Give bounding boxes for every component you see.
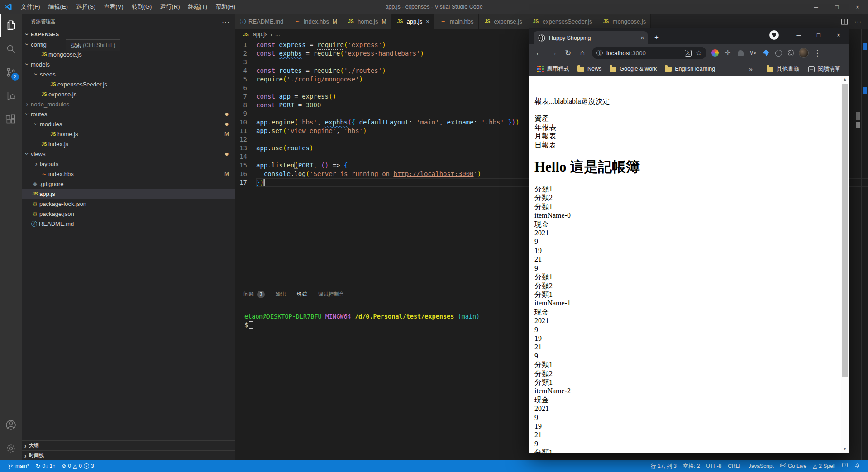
file-tree-item[interactable]: layouts [22,159,235,169]
editor-more-actions-icon[interactable]: ··· [854,18,862,25]
file-tree-item[interactable]: JSexpensesSeeder.js [22,79,235,89]
vscode-close-button[interactable]: × [847,0,868,14]
bookmark-folder-English learning[interactable]: English learning [662,66,718,72]
file-tree-item[interactable]: modules● [22,119,235,129]
file-tree-item[interactable]: config [22,39,235,49]
reading-list-button[interactable]: 閱讀清單 [806,65,843,73]
file-tree-item[interactable]: {}package.json [22,209,235,219]
status-spell-checker[interactable]: △2 Spell [810,460,839,472]
panel-tab-终端[interactable]: 终端 [297,286,307,302]
file-tree-item[interactable]: JShome.jsM [22,129,235,139]
file-tree-item[interactable]: routes● [22,109,235,119]
scroll-up-icon[interactable]: ▲ [841,76,849,83]
menu-item[interactable]: 终端(T) [184,3,211,10]
status-go-live[interactable]: Go Live [777,460,810,472]
explorer-more-actions-icon[interactable]: ··· [222,18,230,25]
silhouette-extension-icon[interactable] [734,47,746,59]
new-tab-button[interactable]: + [650,31,663,44]
status-cursor-position[interactable]: 行 17, 列 3 [648,460,680,472]
page-scrollbar[interactable]: ▲ ▼ [841,76,849,453]
menu-item[interactable]: 查看(V) [100,3,127,10]
scroll-down-icon[interactable]: ▼ [841,446,849,453]
profile-avatar[interactable] [798,47,810,59]
file-tree-item[interactable]: JSexpense.js [22,89,235,99]
activity-run-debug-button[interactable] [0,84,22,108]
editor-tab-expense.js[interactable]: JSexpense.js [479,14,527,29]
browser-tab[interactable]: Happy Shopping × [534,31,648,44]
file-tree-item[interactable]: models [22,59,235,69]
editor-tab-mongoose.js[interactable]: JSmongoose.js [597,14,651,29]
address-bar[interactable]: i localhost :3000 文 ☆ [592,47,706,59]
menu-item[interactable]: 帮助(H) [211,3,239,10]
extensions-puzzle-icon[interactable] [785,47,797,59]
settings-button[interactable] [0,437,22,460]
back-icon[interactable]: ← [532,46,546,60]
vscode-minimize-button[interactable]: ─ [806,0,826,14]
bookmark-star-icon[interactable]: ☆ [696,49,702,57]
tab-close-icon[interactable]: × [426,18,429,25]
activity-explorer-button[interactable] [0,14,22,37]
bookmarks-overflow-icon[interactable]: » [749,65,753,73]
browser-menu-icon[interactable]: ⋮ [811,46,824,60]
git-branch-item[interactable]: main* [5,460,33,472]
status-eol[interactable]: CRLF [725,460,745,472]
bookmark-folder-News[interactable]: News [575,66,604,72]
file-tree-item[interactable]: views● [22,149,235,159]
site-info-icon[interactable]: i [596,50,603,56]
panel-tab-输出[interactable]: 输出 [276,286,286,302]
accounts-button[interactable] [0,413,22,437]
home-icon[interactable]: ⌂ [576,46,589,60]
browser-maximize-button[interactable]: □ [809,28,829,42]
editor-tab-app.js[interactable]: JSapp.js× [391,14,434,29]
editor-tab-main.hbs[interactable]: ~main.hbs [434,14,479,29]
panel-tab-问题[interactable]: 问题3 [243,286,265,302]
file-tree-item[interactable]: {}package-lock.json [22,199,235,209]
apps-shortcut[interactable]: 應用程式 [534,65,572,73]
vue-devtools-extension-icon[interactable]: V> [747,47,759,59]
workspace-root-row[interactable]: EXPENSES [22,29,235,39]
file-tree-item[interactable]: node_modules [22,99,235,109]
color-wheel-extension-icon[interactable] [709,47,721,59]
menu-item[interactable]: 运行(R) [156,3,184,10]
browser-profile-badge-icon[interactable] [769,30,779,40]
tab-close-icon[interactable]: × [640,34,644,41]
status-feedback[interactable] [839,460,851,472]
vscode-maximize-button[interactable]: □ [826,0,847,14]
dots-circle-extension-icon[interactable]: ··· [773,47,784,59]
translate-icon[interactable]: 文 [685,50,692,57]
other-bookmarks-folder[interactable]: 其他書籤 [764,65,802,73]
status-language-mode[interactable]: JavaScript [745,460,777,472]
file-tree-item[interactable]: ◆.gitignore [22,179,235,189]
file-tree-item[interactable]: JSindex.js [22,139,235,149]
scrollbar-thumb[interactable] [842,84,848,377]
file-tree-item[interactable]: seeds [22,69,235,79]
browser-close-button[interactable]: × [829,28,849,42]
editor-tab-index.hbs[interactable]: ~index.hbsM [288,14,342,29]
menu-item[interactable]: 文件(F) [17,3,44,10]
split-editor-icon[interactable] [841,18,848,25]
menu-item[interactable]: 选择(S) [72,3,100,10]
menu-item[interactable]: 编辑(E) [44,3,72,10]
kite-extension-icon[interactable] [760,47,772,59]
status-indentation[interactable]: 空格: 2 [680,460,703,472]
activity-search-button[interactable] [0,37,22,61]
sync-item[interactable]: ↻0↓ 1↑ [33,460,59,472]
bookmark-folder-Google & work[interactable]: Google & work [607,66,659,72]
browser-minimize-button[interactable]: ─ [789,28,809,42]
panel-tab-调试控制台[interactable]: 调试控制台 [318,286,344,302]
problems-item[interactable]: ⊘0 △0 i3 [58,460,97,472]
editor-tab-expensesSeeder.js[interactable]: JSexpensesSeeder.js [527,14,597,29]
activity-extensions-button[interactable] [0,108,22,131]
outline-section[interactable]: 大纲 [22,440,235,450]
status-encoding[interactable]: UTF-8 [703,460,725,472]
reload-icon[interactable]: ↻ [561,46,575,60]
menu-item[interactable]: 转到(G) [128,3,156,10]
timeline-section[interactable]: 时间线 [22,450,235,460]
forward-icon[interactable]: → [547,46,560,60]
status-notifications[interactable] [851,460,863,472]
activity-source-control-button[interactable]: 2 [0,61,22,84]
file-tree-item[interactable]: JSmongoose.js [22,49,235,59]
file-tree-item[interactable]: iREADME.md [22,219,235,229]
editor-tab-README.md[interactable]: iREADME.md [235,14,288,29]
file-tree-item[interactable]: JSapp.js [22,189,235,199]
